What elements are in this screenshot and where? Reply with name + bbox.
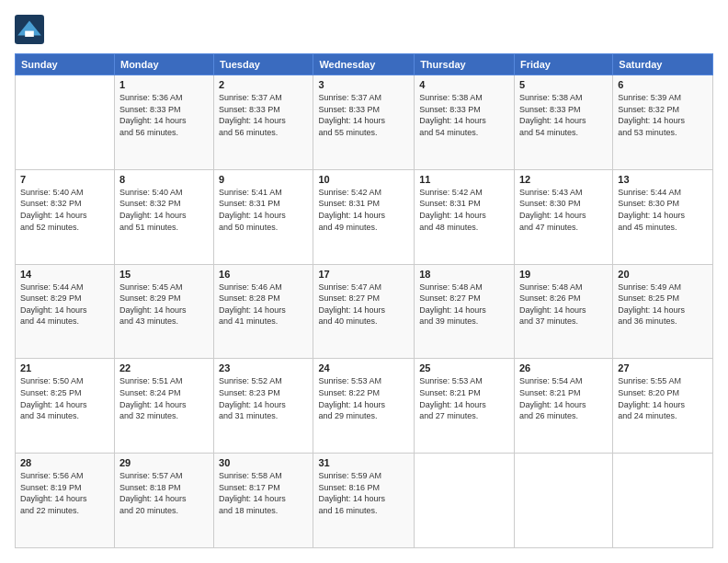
- calendar-cell: 22Sunrise: 5:51 AM Sunset: 8:24 PM Dayli…: [114, 359, 213, 454]
- calendar-cell: 9Sunrise: 5:41 AM Sunset: 8:31 PM Daylig…: [214, 169, 313, 264]
- calendar-cell: 17Sunrise: 5:47 AM Sunset: 8:27 PM Dayli…: [313, 264, 415, 359]
- cell-date: 18: [419, 269, 509, 280]
- cell-info: Sunrise: 5:39 AM Sunset: 8:32 PM Dayligh…: [618, 92, 708, 138]
- cell-date: 28: [20, 457, 109, 468]
- header: [15, 15, 713, 44]
- cell-date: 14: [20, 269, 109, 280]
- cell-info: Sunrise: 5:41 AM Sunset: 8:31 PM Dayligh…: [219, 187, 308, 233]
- cell-info: Sunrise: 5:48 AM Sunset: 8:27 PM Dayligh…: [419, 282, 509, 327]
- calendar-cell: 4Sunrise: 5:38 AM Sunset: 8:33 PM Daylig…: [415, 75, 515, 170]
- cell-date: 15: [119, 269, 209, 280]
- cell-date: 29: [119, 457, 209, 468]
- cell-date: 8: [119, 174, 209, 185]
- cell-info: Sunrise: 5:37 AM Sunset: 8:33 PM Dayligh…: [318, 92, 409, 138]
- calendar-cell: 23Sunrise: 5:52 AM Sunset: 8:23 PM Dayli…: [214, 359, 313, 454]
- cell-date: 6: [618, 79, 708, 90]
- calendar-cell: 6Sunrise: 5:39 AM Sunset: 8:32 PM Daylig…: [613, 75, 713, 170]
- cell-date: 2: [219, 79, 308, 90]
- logo-icon: [15, 15, 44, 44]
- cell-info: Sunrise: 5:59 AM Sunset: 8:16 PM Dayligh…: [318, 470, 409, 516]
- calendar-week-1: 1Sunrise: 5:36 AM Sunset: 8:33 PM Daylig…: [16, 75, 713, 170]
- cell-date: 11: [419, 174, 509, 185]
- calendar-cell: 31Sunrise: 5:59 AM Sunset: 8:16 PM Dayli…: [313, 454, 415, 548]
- calendar-cell: 27Sunrise: 5:55 AM Sunset: 8:20 PM Dayli…: [613, 359, 713, 454]
- cell-info: Sunrise: 5:46 AM Sunset: 8:28 PM Dayligh…: [219, 282, 308, 327]
- cell-info: Sunrise: 5:44 AM Sunset: 8:30 PM Dayligh…: [618, 187, 708, 233]
- calendar-cell: 29Sunrise: 5:57 AM Sunset: 8:18 PM Dayli…: [114, 454, 213, 548]
- cell-info: Sunrise: 5:40 AM Sunset: 8:32 PM Dayligh…: [119, 187, 209, 233]
- cell-info: Sunrise: 5:56 AM Sunset: 8:19 PM Dayligh…: [20, 470, 109, 516]
- calendar-cell: 16Sunrise: 5:46 AM Sunset: 8:28 PM Dayli…: [214, 264, 313, 359]
- calendar-header-wednesday: Wednesday: [313, 54, 415, 75]
- calendar-cell: 10Sunrise: 5:42 AM Sunset: 8:31 PM Dayli…: [313, 169, 415, 264]
- cell-date: 10: [318, 174, 409, 185]
- cell-date: 25: [419, 362, 509, 373]
- cell-info: Sunrise: 5:52 AM Sunset: 8:23 PM Dayligh…: [219, 375, 308, 421]
- calendar-cell: [514, 454, 612, 548]
- cell-date: 26: [519, 362, 608, 373]
- cell-info: Sunrise: 5:42 AM Sunset: 8:31 PM Dayligh…: [318, 187, 409, 233]
- calendar-week-2: 7Sunrise: 5:40 AM Sunset: 8:32 PM Daylig…: [16, 169, 713, 264]
- cell-date: 13: [618, 174, 708, 185]
- cell-date: 24: [318, 362, 409, 373]
- cell-info: Sunrise: 5:45 AM Sunset: 8:29 PM Dayligh…: [119, 282, 209, 327]
- calendar-cell: 8Sunrise: 5:40 AM Sunset: 8:32 PM Daylig…: [114, 169, 213, 264]
- calendar-header-thursday: Thursday: [415, 54, 515, 75]
- calendar-header-monday: Monday: [114, 54, 213, 75]
- calendar-header-row: SundayMondayTuesdayWednesdayThursdayFrid…: [16, 54, 713, 75]
- calendar-cell: 7Sunrise: 5:40 AM Sunset: 8:32 PM Daylig…: [16, 169, 115, 264]
- cell-info: Sunrise: 5:50 AM Sunset: 8:25 PM Dayligh…: [20, 375, 109, 421]
- cell-date: 17: [318, 269, 409, 280]
- cell-info: Sunrise: 5:42 AM Sunset: 8:31 PM Dayligh…: [419, 187, 509, 233]
- cell-date: 12: [519, 174, 608, 185]
- cell-info: Sunrise: 5:37 AM Sunset: 8:33 PM Dayligh…: [219, 92, 308, 138]
- cell-date: 7: [20, 174, 109, 185]
- calendar-cell: 28Sunrise: 5:56 AM Sunset: 8:19 PM Dayli…: [16, 454, 115, 548]
- calendar-cell: 21Sunrise: 5:50 AM Sunset: 8:25 PM Dayli…: [16, 359, 115, 454]
- calendar-cell: 19Sunrise: 5:48 AM Sunset: 8:26 PM Dayli…: [514, 264, 612, 359]
- calendar-cell: [415, 454, 515, 548]
- calendar-week-5: 28Sunrise: 5:56 AM Sunset: 8:19 PM Dayli…: [16, 454, 713, 548]
- calendar-cell: [613, 454, 713, 548]
- cell-info: Sunrise: 5:40 AM Sunset: 8:32 PM Dayligh…: [20, 187, 109, 233]
- calendar-cell: 3Sunrise: 5:37 AM Sunset: 8:33 PM Daylig…: [313, 75, 415, 170]
- logo: [15, 15, 48, 44]
- cell-date: 31: [318, 457, 409, 468]
- calendar-cell: 30Sunrise: 5:58 AM Sunset: 8:17 PM Dayli…: [214, 454, 313, 548]
- svg-rect-2: [25, 31, 34, 37]
- cell-info: Sunrise: 5:55 AM Sunset: 8:20 PM Dayligh…: [618, 375, 708, 421]
- cell-date: 20: [618, 269, 708, 280]
- calendar-week-4: 21Sunrise: 5:50 AM Sunset: 8:25 PM Dayli…: [16, 359, 713, 454]
- calendar-cell: 15Sunrise: 5:45 AM Sunset: 8:29 PM Dayli…: [114, 264, 213, 359]
- cell-info: Sunrise: 5:44 AM Sunset: 8:29 PM Dayligh…: [20, 282, 109, 327]
- cell-info: Sunrise: 5:57 AM Sunset: 8:18 PM Dayligh…: [119, 470, 209, 516]
- calendar-cell: 26Sunrise: 5:54 AM Sunset: 8:21 PM Dayli…: [514, 359, 612, 454]
- calendar-cell: [16, 75, 115, 170]
- cell-info: Sunrise: 5:51 AM Sunset: 8:24 PM Dayligh…: [119, 375, 209, 421]
- cell-date: 9: [219, 174, 308, 185]
- calendar-header-saturday: Saturday: [613, 54, 713, 75]
- cell-info: Sunrise: 5:36 AM Sunset: 8:33 PM Dayligh…: [119, 92, 209, 138]
- cell-info: Sunrise: 5:47 AM Sunset: 8:27 PM Dayligh…: [318, 282, 409, 327]
- cell-info: Sunrise: 5:49 AM Sunset: 8:25 PM Dayligh…: [618, 282, 708, 327]
- calendar-cell: 2Sunrise: 5:37 AM Sunset: 8:33 PM Daylig…: [214, 75, 313, 170]
- cell-date: 3: [318, 79, 409, 90]
- cell-info: Sunrise: 5:38 AM Sunset: 8:33 PM Dayligh…: [519, 92, 608, 138]
- calendar-header-friday: Friday: [514, 54, 612, 75]
- cell-info: Sunrise: 5:58 AM Sunset: 8:17 PM Dayligh…: [219, 470, 308, 516]
- cell-info: Sunrise: 5:54 AM Sunset: 8:21 PM Dayligh…: [519, 375, 608, 421]
- calendar-cell: 24Sunrise: 5:53 AM Sunset: 8:22 PM Dayli…: [313, 359, 415, 454]
- cell-date: 27: [618, 362, 708, 373]
- cell-info: Sunrise: 5:53 AM Sunset: 8:21 PM Dayligh…: [419, 375, 509, 421]
- calendar-week-3: 14Sunrise: 5:44 AM Sunset: 8:29 PM Dayli…: [16, 264, 713, 359]
- cell-date: 22: [119, 362, 209, 373]
- cell-info: Sunrise: 5:53 AM Sunset: 8:22 PM Dayligh…: [318, 375, 409, 421]
- calendar-cell: 5Sunrise: 5:38 AM Sunset: 8:33 PM Daylig…: [514, 75, 612, 170]
- cell-date: 21: [20, 362, 109, 373]
- calendar-header-sunday: Sunday: [16, 54, 115, 75]
- calendar: SundayMondayTuesdayWednesdayThursdayFrid…: [15, 53, 713, 548]
- calendar-cell: 18Sunrise: 5:48 AM Sunset: 8:27 PM Dayli…: [415, 264, 515, 359]
- cell-info: Sunrise: 5:48 AM Sunset: 8:26 PM Dayligh…: [519, 282, 608, 327]
- cell-info: Sunrise: 5:43 AM Sunset: 8:30 PM Dayligh…: [519, 187, 608, 233]
- cell-date: 30: [219, 457, 308, 468]
